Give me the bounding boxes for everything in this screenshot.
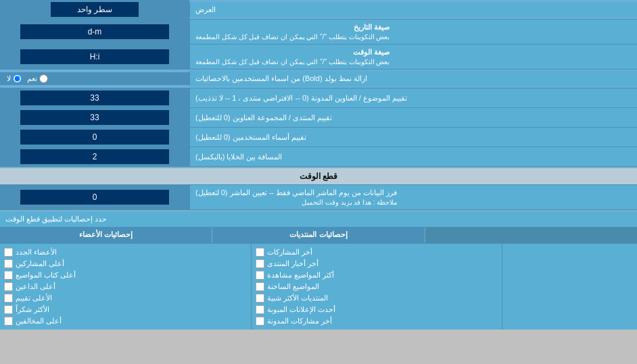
date-format-input[interactable] <box>20 24 169 39</box>
date-format-row: صيغة التاريخ بعض التكوينات يتطلب "/" الت… <box>0 20 637 45</box>
bold-radio-yes[interactable]: نعم <box>27 74 48 83</box>
display-row: العرض سطر واحد <box>0 0 637 20</box>
forum-input-area <box>0 108 189 127</box>
stats-member-1[interactable]: الأعضاء الجدد <box>4 246 247 258</box>
stats-item-7[interactable]: أخر مشاركات المدونة <box>256 315 498 327</box>
checkbox-5[interactable] <box>256 294 264 303</box>
topics-input[interactable] <box>20 90 169 105</box>
checkbox-3[interactable] <box>256 271 264 280</box>
checkbox-m1[interactable] <box>4 248 13 257</box>
bold-radio-no-input[interactable] <box>13 74 22 83</box>
users-input[interactable] <box>20 130 169 145</box>
display-select-area: سطر واحد <box>0 0 189 19</box>
stats-col-empty <box>502 244 637 330</box>
checkbox-m7[interactable] <box>4 317 13 326</box>
stats-header-col3: إحصائيات الأعضاء <box>0 228 212 243</box>
stats-section: حدد إحصاليات لتطبيق قطع الوقت إحصائيات ا… <box>0 210 637 330</box>
topics-row: تقييم الموضوع / العناوين المدونة (0 -- ا… <box>0 88 637 108</box>
filter-label: فرز البيانات من يوم الماشر الماضي فقط --… <box>189 185 637 209</box>
filter-input[interactable] <box>20 190 169 205</box>
stats-item-2[interactable]: أخر أخبار المنتدى <box>256 258 498 269</box>
checkbox-2[interactable] <box>256 259 264 268</box>
users-label: تقييم أسماء المستخدمين (0 للتعطيل) <box>189 128 637 147</box>
gap-input-area <box>0 147 189 166</box>
time-format-row: صيغة الوقت بعض التكوينات يتطلب "/" التي … <box>0 45 637 70</box>
stats-headers: إحصائيات المنتديات إحصائيات الأعضاء <box>0 228 637 244</box>
stats-col-forums: أخر المشاركات أخر أخبار المنتدى أكثر الم… <box>251 244 502 330</box>
date-format-label: صيغة التاريخ بعض التكوينات يتطلب "/" الت… <box>189 20 637 44</box>
users-row: تقييم أسماء المستخدمين (0 للتعطيل) <box>0 128 637 147</box>
time-format-input-area <box>0 45 189 69</box>
stats-member-3[interactable]: أعلى كتاب المواضيع <box>4 269 247 281</box>
forum-label: تقييم المنتدى / المجموعة العناوين (0 للت… <box>189 108 637 127</box>
stats-col-members: الأعضاء الجدد أعلى المشاركين أعلى كتاب ا… <box>0 244 251 330</box>
checkbox-7[interactable] <box>256 317 264 326</box>
checkbox-m5[interactable] <box>4 294 13 303</box>
forum-row: تقييم المنتدى / المجموعة العناوين (0 للت… <box>0 108 637 128</box>
stats-member-5[interactable]: الأعلى تقييم <box>4 292 247 304</box>
stats-header-col2: إحصائيات المنتديات <box>212 228 424 243</box>
stats-item-5[interactable]: المنتديات الأكثر شبية <box>256 292 498 304</box>
stats-item-4[interactable]: المواضيع الساخنة <box>256 281 498 292</box>
checkbox-1[interactable] <box>256 248 264 257</box>
filter-row: فرز البيانات من يوم الماشر الماضي فقط --… <box>0 185 637 210</box>
date-format-input-area <box>0 20 189 44</box>
topics-label: تقييم الموضوع / العناوين المدونة (0 -- ا… <box>189 88 637 107</box>
users-input-area <box>0 128 189 147</box>
topics-input-area <box>0 88 189 107</box>
stats-body: أخر المشاركات أخر أخبار المنتدى أكثر الم… <box>0 244 637 330</box>
checkbox-m6[interactable] <box>4 305 13 314</box>
stats-item-1[interactable]: أخر المشاركات <box>256 246 498 258</box>
stats-member-7[interactable]: أعلى المخالفين <box>4 315 247 327</box>
time-format-label: صيغة الوقت بعض التكوينات يتطلب "/" التي … <box>189 45 637 69</box>
display-select[interactable]: سطر واحد <box>51 2 139 17</box>
stats-item-3[interactable]: أكثر المواضيع مشاهدة <box>256 269 498 281</box>
checkbox-6[interactable] <box>256 305 264 314</box>
gap-row: المسافة بين الخلايا (بالبكسل) <box>0 147 637 167</box>
display-label: العرض <box>189 2 637 18</box>
bold-radio-yes-input[interactable] <box>39 74 48 83</box>
bold-radio-area: نعم لا <box>0 72 189 85</box>
filter-input-area <box>0 185 189 209</box>
checkbox-m4[interactable] <box>4 282 13 291</box>
stats-member-6[interactable]: الأكثر شكراً <box>4 304 247 315</box>
stats-member-4[interactable]: أعلى الداعين <box>4 281 247 292</box>
limit-label: حدد إحصاليات لتطبيق قطع الوقت <box>5 215 107 224</box>
checkbox-m3[interactable] <box>4 271 13 280</box>
checkbox-m2[interactable] <box>4 259 13 268</box>
stats-member-2[interactable]: أعلى المشاركين <box>4 258 247 269</box>
time-format-input[interactable] <box>20 49 169 64</box>
bold-radio-no[interactable]: لا <box>7 74 22 83</box>
bold-label: ازالة نمط بولد (Bold) من اسماء المستخدمي… <box>189 71 637 86</box>
stats-item-6[interactable]: أحدث الإعلانات المبوبة <box>256 304 498 315</box>
stats-header-col1 <box>425 228 637 243</box>
gap-input[interactable] <box>20 149 169 164</box>
checkbox-4[interactable] <box>256 282 264 291</box>
qata-section-header: قطع الوقت <box>0 167 637 185</box>
bold-row: ازالة نمط بولد (Bold) من اسماء المستخدمي… <box>0 70 637 88</box>
forum-input[interactable] <box>20 110 169 125</box>
gap-label: المسافة بين الخلايا (بالبكسل) <box>189 147 637 166</box>
